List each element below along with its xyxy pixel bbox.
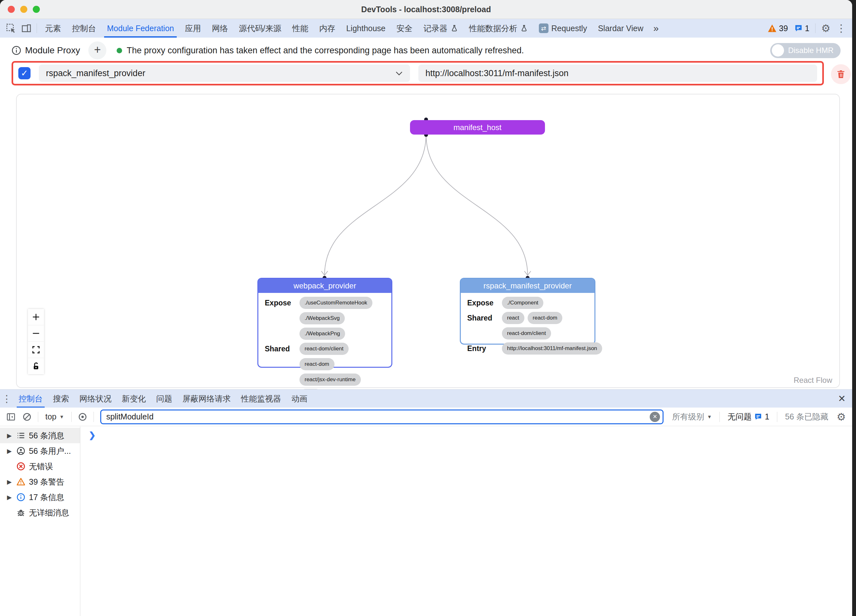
tab-network[interactable]: 网络 (206, 19, 233, 38)
entry-label: Entry (467, 343, 502, 353)
drawer-tab-network-conditions[interactable]: 网络状况 (74, 390, 117, 408)
zoom-out-button[interactable] (28, 325, 44, 342)
kebab-menu-icon[interactable]: ⋮ (833, 20, 849, 36)
caret-icon[interactable]: ▶ (6, 478, 13, 485)
tab-requestly[interactable]: ⇄ Requestly (533, 19, 593, 38)
shared-label: Shared (265, 343, 299, 353)
tab-module-federation[interactable]: Module Federation (102, 19, 179, 38)
close-drawer-icon[interactable]: ✕ (831, 393, 852, 404)
console-body: ▶ 56 条消息 ▶ 56 条用户... 无错误 ▶ 39 条警告 ▶ (0, 427, 852, 616)
warnings-badge[interactable]: 39 (768, 24, 788, 33)
clear-filter-icon[interactable]: ✕ (650, 412, 660, 422)
module-pill: ./WebpackPng (299, 327, 345, 340)
sidebar-item-warnings[interactable]: ▶ 39 条警告 (0, 474, 80, 490)
drawer-tab-animations[interactable]: 动画 (286, 390, 313, 408)
console-filter-box: ✕ (100, 410, 664, 424)
module-pill: react/jsx-dev-runtime (299, 373, 361, 386)
minimize-window-button[interactable] (20, 6, 27, 13)
close-window-button[interactable] (8, 6, 15, 13)
console-messages-pane[interactable]: ❯ (80, 427, 852, 616)
sidebar-item-no-errors[interactable]: 无错误 (0, 459, 80, 474)
module-pill: ./useCustomRemoteHook (299, 297, 373, 309)
module-proxy-header: Module Proxy + The proxy configuration h… (0, 38, 852, 63)
drawer-tab-console[interactable]: 控制台 (14, 390, 48, 408)
zoom-in-button[interactable] (28, 309, 44, 325)
graph-node-webpack-provider[interactable]: webpack_provider Expose ./useCustomRemot… (257, 278, 393, 368)
context-selector[interactable]: top ▼ (42, 412, 68, 421)
proxy-status-message: The proxy configuration has taken effect… (126, 46, 524, 55)
tab-slardar-view[interactable]: Slardar View (593, 19, 649, 38)
window-title: DevTools - localhost:3008/preload (361, 5, 491, 14)
proxy-enabled-checkbox[interactable]: ✓ (18, 67, 31, 79)
flask-icon (451, 25, 458, 32)
issues-counter[interactable]: 无问题 1 (724, 412, 773, 422)
tab-sources[interactable]: 源代码/来源 (233, 19, 286, 38)
module-graph-panel[interactable]: manifest_host webpack_provider Expose ./… (16, 94, 840, 388)
tab-lighthouse[interactable]: Lighthouse (340, 19, 391, 38)
message-icon (794, 24, 803, 32)
expose-label: Expose (467, 297, 502, 307)
tab-security[interactable]: 安全 (391, 19, 418, 38)
tab-application[interactable]: 应用 (179, 19, 206, 38)
chevron-down-icon: ▼ (707, 414, 712, 419)
list-icon (16, 431, 26, 440)
tab-console[interactable]: 控制台 (66, 19, 102, 38)
proxy-config-row: ✓ rspack_manifest_provider (12, 61, 824, 85)
caret-icon[interactable]: ▶ (6, 494, 13, 501)
warning-icon (768, 24, 777, 32)
manifest-url-input[interactable] (418, 65, 817, 82)
zoom-window-button[interactable] (33, 6, 40, 13)
message-icon (754, 413, 762, 421)
drawer-tab-changes[interactable]: 新变化 (117, 390, 151, 408)
issues-badge[interactable]: 1 (794, 24, 810, 33)
tab-performance[interactable]: 性能 (286, 19, 314, 38)
devtools-tabbar: 元素 控制台 Module Federation 应用 网络 源代码/来源 性能… (0, 19, 852, 38)
drawer-tab-issues[interactable]: 问题 (151, 390, 177, 408)
caret-icon[interactable]: ▶ (6, 447, 13, 455)
toggle-knob (772, 44, 784, 57)
device-toolbar-icon[interactable] (18, 20, 34, 36)
caret-icon[interactable]: ▶ (6, 432, 13, 439)
console-settings-gear-icon[interactable]: ⚙ (834, 410, 848, 424)
add-proxy-button[interactable]: + (88, 41, 106, 60)
drawer-tab-search[interactable]: 搜索 (48, 390, 74, 408)
devtools-window: DevTools - localhost:3008/preload 元素 控制台… (0, 0, 852, 616)
module-proxy-title: Module Proxy (25, 45, 80, 55)
graph-node-manifest-host[interactable]: manifest_host (410, 120, 545, 135)
drawer-tab-network-blocking[interactable]: 屏蔽网络请求 (177, 390, 236, 408)
sidebar-item-verbose[interactable]: 无详细消息 (0, 505, 80, 520)
tab-elements[interactable]: 元素 (40, 19, 66, 38)
lock-toggle-button[interactable] (28, 358, 44, 374)
graph-node-rspack-manifest-provider[interactable]: rspack_manifest_provider Expose ./Compon… (460, 278, 596, 345)
node-title: rspack_manifest_provider (461, 279, 594, 293)
module-pill: react (502, 312, 524, 324)
more-tabs-icon[interactable]: » (649, 23, 663, 34)
sidebar-item-user-messages[interactable]: ▶ 56 条用户... (0, 443, 80, 459)
module-pill: react-dom/client (502, 327, 551, 339)
tab-performance-insights[interactable]: 性能数据分析 (463, 19, 533, 38)
clear-console-icon[interactable] (20, 410, 34, 424)
tab-memory[interactable]: 内存 (314, 19, 340, 38)
tab-recorder[interactable]: 记录器 (418, 19, 463, 38)
disable-hmr-toggle[interactable]: Disable HMR (770, 43, 841, 58)
flask-icon (520, 25, 528, 32)
sidebar-item-info[interactable]: ▶ 17 条信息 (0, 490, 80, 505)
title-bar: DevTools - localhost:3008/preload (0, 0, 852, 19)
live-expression-eye-icon[interactable] (75, 410, 90, 424)
graph-edges (17, 94, 839, 387)
inspect-element-icon[interactable] (3, 20, 18, 36)
traffic-lights (8, 0, 40, 18)
react-flow-attribution[interactable]: React Flow (794, 376, 832, 385)
fit-view-button[interactable] (28, 342, 44, 358)
module-pill: react-dom (299, 358, 334, 370)
console-filter-input[interactable] (101, 412, 663, 421)
console-prompt-chevron[interactable]: ❯ (89, 430, 96, 440)
console-sidebar-toggle-icon[interactable] (4, 410, 18, 424)
delete-proxy-button[interactable] (831, 64, 851, 84)
sidebar-item-all-messages[interactable]: ▶ 56 条消息 (0, 428, 80, 443)
drawer-kebab-menu-icon[interactable]: ⋮ (0, 391, 14, 406)
log-level-select[interactable]: 所有级别 ▼ (668, 412, 716, 422)
settings-gear-icon[interactable]: ⚙ (818, 20, 833, 36)
drawer-tab-performance-monitor[interactable]: 性能监视器 (236, 390, 286, 408)
provider-select[interactable]: rspack_manifest_provider (39, 65, 410, 82)
